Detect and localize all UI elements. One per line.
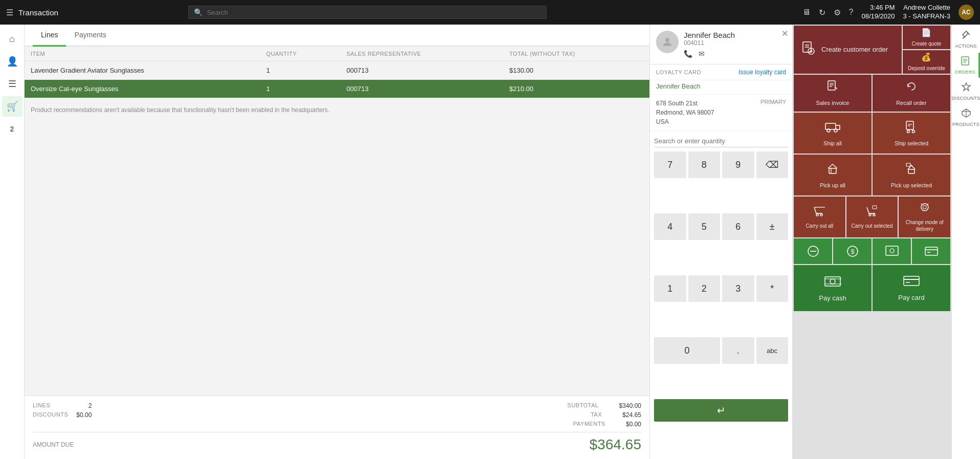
tile-icon1[interactable] <box>794 238 832 264</box>
tile-deposit-override[interactable]: 💰 Deposit override <box>903 50 950 74</box>
tabs: Lines Payments <box>25 25 649 47</box>
time-display: 3:46 PM 08/19/2020 <box>861 4 895 21</box>
tile-change-mode-delivery[interactable]: Change mode of delivery <box>899 196 950 237</box>
lines-label: LINES <box>33 402 50 409</box>
svg-rect-21 <box>908 169 914 173</box>
refresh-icon[interactable]: ↻ <box>819 8 825 17</box>
discounts-label: DISCOUNTS <box>952 96 980 101</box>
key-5[interactable]: 5 <box>688 213 721 240</box>
sidebar-item-cart[interactable]: 🛒 <box>2 96 23 117</box>
tile-create-quote[interactable]: 📄 Create quote <box>903 26 950 49</box>
tile-carry-out-selected[interactable]: Carry out selected <box>846 196 898 237</box>
tab-lines[interactable]: Lines <box>33 25 66 47</box>
svg-rect-34 <box>886 246 898 255</box>
key-plusminus[interactable]: ± <box>756 213 789 240</box>
payments-label: PAYMENTS <box>573 421 605 428</box>
payments-value: $0.00 <box>626 421 641 428</box>
svg-rect-43 <box>904 276 919 286</box>
numpad-search[interactable] <box>654 135 788 147</box>
tile-carry-out-all[interactable]: Carry out all <box>794 196 845 237</box>
svg-point-0 <box>665 38 669 42</box>
key-0[interactable]: 0 <box>654 337 720 364</box>
tab-payments[interactable]: Payments <box>66 25 114 47</box>
tile-pay-card[interactable]: Pay card <box>873 265 950 311</box>
address-section: 678 South 21st Redmond, WA 98007 USA PRI… <box>650 95 792 131</box>
avatar[interactable]: AC <box>959 5 974 20</box>
search-bar[interactable]: 🔍 <box>188 6 547 19</box>
issue-loyalty-link[interactable]: Issue loyalty card <box>738 69 786 76</box>
key-enter[interactable]: ↵ <box>654 399 788 422</box>
key-8[interactable]: 8 <box>688 151 721 178</box>
tile-recall-order-label: Recall order <box>896 99 926 106</box>
tile-recall-order[interactable]: Recall order <box>873 75 950 112</box>
left-sidebar: ⌂ 👤 ☰ 🛒 2 <box>0 25 25 459</box>
loyalty-customer-name: Jennifer Beach <box>656 82 701 90</box>
sidebar-item-home[interactable]: ⌂ <box>2 29 23 49</box>
subtotal-value: $340.00 <box>619 402 641 409</box>
key-1[interactable]: 1 <box>654 275 686 302</box>
tile-row-2: Sales invoice Recall order <box>794 75 950 112</box>
subtotal-label: SUBTOTAL <box>568 402 599 409</box>
store-id: 3 - SANFRAN-3 <box>903 12 950 21</box>
app-title: Transaction <box>18 8 58 17</box>
tile-icon2[interactable]: $ <box>833 238 872 264</box>
key-4[interactable]: 4 <box>654 213 686 240</box>
item-quantity: 1 <box>260 61 340 80</box>
settings-icon[interactable]: ⚙ <box>834 8 841 17</box>
tile-pay-cash[interactable]: Pay cash <box>794 265 872 311</box>
loyalty-section: LOYALTY CARD Issue loyalty card <box>650 64 792 80</box>
topbar: ☰ Transaction 🔍 🖥 ↻ ⚙ ? 3:46 PM 08/19/20… <box>0 0 980 25</box>
tile-row-3: Ship all Ship selected <box>794 113 950 154</box>
sidebar-item-number[interactable]: 2 <box>2 119 23 139</box>
tile-pick-up-selected[interactable]: Pick up selected <box>873 155 950 195</box>
customer-contacts: 📞 ✉ <box>684 50 786 58</box>
tile-pay-cash-label: Pay cash <box>819 294 846 303</box>
key-backspace[interactable]: ⌫ <box>756 151 789 178</box>
svg-marker-52 <box>962 83 970 91</box>
table-row[interactable]: Lavender Gradient Aviator Sunglasses 1 0… <box>25 61 649 80</box>
right-icon-bar: ACTIONS ORDERS <box>951 25 980 459</box>
key-9[interactable]: 9 <box>722 151 754 178</box>
pay-card-icon <box>903 274 920 291</box>
right-icon-discounts[interactable]: DISCOUNTS <box>952 79 980 104</box>
tile-ship-selected[interactable]: Ship selected <box>873 113 950 154</box>
phone-icon[interactable]: 📞 <box>684 50 692 58</box>
loyalty-label: LOYALTY CARD <box>656 69 701 75</box>
table-row-selected[interactable]: Oversize Cat-eye Sunglasses 1 000713 $21… <box>25 80 649 98</box>
screen-icon[interactable]: 🖥 <box>802 8 811 17</box>
tile-pick-up-all[interactable]: Pick up all <box>794 155 872 195</box>
key-7[interactable]: 7 <box>654 151 686 178</box>
key-2[interactable]: 2 <box>688 275 721 302</box>
col-quantity: QUANTITY <box>260 47 340 61</box>
pick-up-selected-icon <box>904 161 919 179</box>
item-name: Oversize Cat-eye Sunglasses <box>25 80 260 98</box>
email-icon[interactable]: ✉ <box>699 50 705 58</box>
tile-row-1: Create customer order 📄 Create quote 💰 D… <box>794 26 950 74</box>
amount-due-row: AMOUNT DUE $364.65 <box>33 432 641 453</box>
tile-sales-invoice[interactable]: Sales invoice <box>794 75 872 112</box>
tile-ship-all[interactable]: Ship all <box>794 113 872 154</box>
ship-all-icon <box>824 119 841 137</box>
key-multiply[interactable]: * <box>756 275 789 302</box>
key-abc[interactable]: abc <box>756 337 789 364</box>
key-6[interactable]: 6 <box>722 213 754 240</box>
close-customer-button[interactable]: ✕ <box>781 29 788 38</box>
key-decimal[interactable]: . <box>722 337 754 364</box>
address-line3: USA <box>656 117 714 126</box>
sidebar-item-users[interactable]: 👤 <box>2 51 23 72</box>
tile-create-customer-order[interactable]: Create customer order <box>794 26 902 74</box>
sidebar-item-menu[interactable]: ☰ <box>2 74 23 94</box>
svg-point-18 <box>912 130 915 133</box>
item-total: $130.00 <box>503 61 649 80</box>
hamburger-menu-icon[interactable]: ☰ <box>6 8 13 17</box>
search-input[interactable] <box>207 9 541 16</box>
middle-panel: Jennifer Beach 004011 📞 ✉ ✕ LOYALTY CARD… <box>649 25 793 459</box>
amount-due-value: $364.65 <box>590 436 641 453</box>
tile-icon4[interactable] <box>912 238 950 264</box>
right-icon-actions[interactable]: ACTIONS <box>952 27 980 52</box>
right-icon-products[interactable]: PRODUCTS <box>952 105 980 130</box>
key-3[interactable]: 3 <box>722 275 754 302</box>
right-icon-orders[interactable]: ORDERS <box>952 53 980 78</box>
help-icon[interactable]: ? <box>849 8 854 17</box>
tile-icon3[interactable] <box>873 238 911 264</box>
